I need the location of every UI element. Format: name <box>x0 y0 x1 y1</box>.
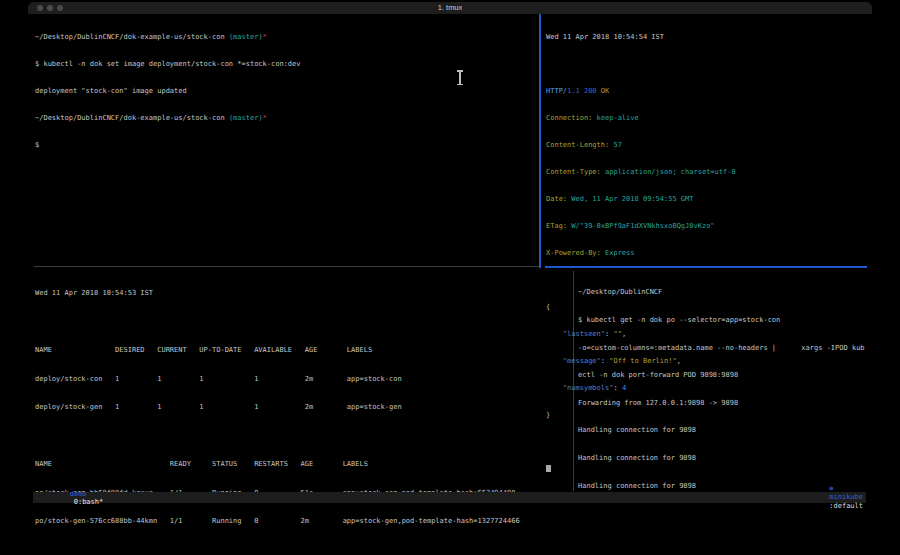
header-name: Connection: <box>546 114 592 122</box>
kubectl-set-image-command: $ kubectl -n dok set image deployment/st… <box>35 60 537 69</box>
cwd-path: ~/Desktop/DublinCNCF/dok-example-us/stoc… <box>35 33 229 41</box>
deployment-row: deploy/stock-gen 1 1 1 1 2m app=stock-ge… <box>35 403 571 413</box>
terminal-window: 1. tmux ~/Desktop/DublinCNCF/dok-example… <box>28 2 872 531</box>
pane-kubectl-bottom-left[interactable]: Wed 11 Apr 2018 10:54:53 IST NAME DESIRE… <box>35 270 571 555</box>
http-version-code: 1.1 200 <box>567 87 601 95</box>
header-value: application/json; charset=utf-8 <box>601 168 736 176</box>
tmux-status-bar: demo 0:bash* ☸ minikube :default <box>33 492 866 503</box>
cwd-path: ~/Desktop/DublinCNCF <box>578 288 868 297</box>
pane-portforward-bottom-right[interactable]: ~/Desktop/DublinCNCF $ kubectl get -n do… <box>578 270 868 509</box>
header-name: Content-Type: <box>546 168 601 176</box>
git-dirty-star: * <box>263 114 267 122</box>
header-value: Express <box>601 249 635 257</box>
timestamp: Wed 11 Apr 2018 10:54:54 IST <box>546 33 868 42</box>
http-header: Content-Type: application/json; charset=… <box>546 168 868 177</box>
http-header: Date: Wed, 11 Apr 2018 09:54:55 GMT <box>546 195 868 204</box>
header-value: Wed, 11 Apr 2018 09:54:55 GMT <box>567 195 693 203</box>
prompt-path-line: ~/Desktop/DublinCNCF/dok-example-us/stoc… <box>35 114 537 123</box>
mouse-ibeam-cursor <box>456 70 464 85</box>
screen: 1. tmux ~/Desktop/DublinCNCF/dok-example… <box>0 0 900 555</box>
header-name: Date: <box>546 195 567 203</box>
http-status-text: OK <box>601 87 609 95</box>
handling-output: Handling connection for 9898 <box>578 454 868 463</box>
http-header: Connection: keep-alive <box>546 114 868 123</box>
pane-shell-top-left[interactable]: ~/Desktop/DublinCNCF/dok-example-us/stoc… <box>35 15 537 168</box>
header-value: keep-alive <box>592 114 638 122</box>
window-titlebar[interactable]: 1. tmux <box>28 2 872 14</box>
http-header: ETag: W/"39-0xBPf9aF1dXVNkhsxoBQgJ8vKzo" <box>546 222 868 231</box>
git-branch: (master) <box>229 33 263 41</box>
pane-border-horizontal-left[interactable] <box>34 266 539 267</box>
kubectl-get-command: $ kubectl get -n dok po --selector=app=s… <box>578 316 868 325</box>
status-left: demo 0:bash* <box>36 482 103 514</box>
git-branch: (master) <box>229 114 263 122</box>
deployments-table-header: NAME DESIRED CURRENT UP-TO-DATE AVAILABL… <box>35 346 571 356</box>
header-value: 57 <box>609 141 622 149</box>
command-wrap-line: ectl -n dok port-forward POD 9898:9898 <box>578 371 868 380</box>
pods-table-header: NAME READY STATUS RESTARTS AGE LABELS <box>35 460 571 470</box>
http-proto: HTTP/ <box>546 87 567 95</box>
http-status-line: HTTP/1.1 200 OK <box>546 87 868 96</box>
header-value: W/"39-0xBPf9aF1dXVNkhsxoBQgJ8vKzo" <box>567 222 715 230</box>
active-pane-border-vertical[interactable] <box>539 14 541 268</box>
forwarding-output: Forwarding from 127.0.0.1:9898 -> 9898 <box>578 399 868 408</box>
window-title: 1. tmux <box>28 3 872 12</box>
kube-namespace: :default <box>829 502 863 510</box>
kube-context: minikube <box>829 494 863 502</box>
window-tab-active[interactable]: 0:bash* <box>74 498 104 506</box>
command-wrap-line: -o=custom-columns=:metadata.name --no-he… <box>578 344 868 353</box>
session-name[interactable]: demo <box>70 490 87 498</box>
cwd-path: ~/Desktop/DublinCNCF/dok-example-us/stoc… <box>35 114 229 122</box>
git-dirty-star: * <box>263 33 267 41</box>
kubernetes-wheel-icon: ☸ <box>829 485 837 493</box>
header-name: Content-Length: <box>546 141 609 149</box>
http-header: Content-Length: 57 <box>546 141 868 150</box>
pod-row: po/stock-gen-576cc688bb-44kmn 1/1 Runnin… <box>35 517 571 527</box>
shell-prompt: $ <box>35 141 537 150</box>
header-name: X-Powered-By: <box>546 249 601 257</box>
handling-output: Handling connection for 9898 <box>578 426 868 435</box>
command-output: deployment "stock-con" image updated <box>35 87 537 96</box>
prompt-path-line: ~/Desktop/DublinCNCF/dok-example-us/stoc… <box>35 33 537 42</box>
http-header: X-Powered-By: Express <box>546 249 868 258</box>
status-right: ☸ minikube :default <box>796 477 863 517</box>
header-name: ETag: <box>546 222 567 230</box>
timestamp: Wed 11 Apr 2018 10:54:53 IST <box>35 289 571 299</box>
deployment-row: deploy/stock-con 1 1 1 1 2m app=stock-co… <box>35 375 571 385</box>
